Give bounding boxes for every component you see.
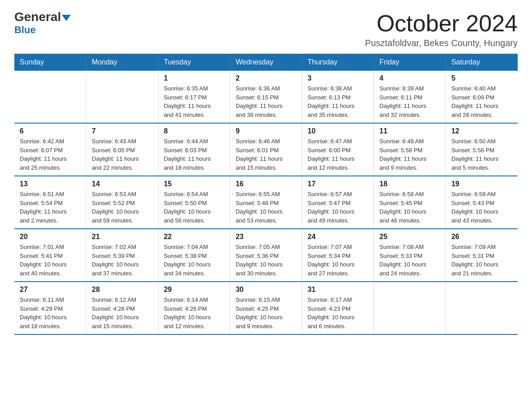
day-number: 17	[308, 180, 369, 188]
day-number: 23	[236, 233, 296, 241]
day-info: Sunrise: 6:42 AM Sunset: 6:07 PM Dayligh…	[20, 137, 81, 172]
day-number: 29	[164, 286, 225, 294]
day-number: 31	[308, 286, 369, 294]
day-info: Sunrise: 6:35 AM Sunset: 6:17 PM Dayligh…	[164, 84, 225, 119]
day-number: 7	[92, 127, 153, 135]
day-number: 26	[451, 233, 512, 241]
day-number: 28	[92, 286, 153, 294]
day-info: Sunrise: 6:12 AM Sunset: 4:28 PM Dayligh…	[92, 295, 153, 330]
cell-w3-d2: 15Sunrise: 6:54 AM Sunset: 5:50 PM Dayli…	[158, 176, 230, 229]
col-wednesday: Wednesday	[230, 54, 302, 71]
cell-w1-d4: 3Sunrise: 6:38 AM Sunset: 6:13 PM Daylig…	[302, 71, 374, 123]
day-number: 18	[379, 180, 440, 188]
cell-w5-d4: 31Sunrise: 6:17 AM Sunset: 4:23 PM Dayli…	[302, 282, 374, 334]
day-info: Sunrise: 7:09 AM Sunset: 5:31 PM Dayligh…	[451, 243, 512, 278]
day-number: 3	[308, 74, 369, 82]
day-number: 27	[20, 286, 81, 294]
day-info: Sunrise: 6:58 AM Sunset: 5:45 PM Dayligh…	[379, 190, 440, 225]
cell-w2-d6: 12Sunrise: 6:50 AM Sunset: 5:56 PM Dayli…	[446, 123, 518, 176]
cell-w4-d6: 26Sunrise: 7:09 AM Sunset: 5:31 PM Dayli…	[446, 229, 518, 282]
day-info: Sunrise: 6:48 AM Sunset: 5:58 PM Dayligh…	[379, 137, 440, 172]
cell-w1-d6: 5Sunrise: 6:40 AM Sunset: 6:09 PM Daylig…	[446, 71, 518, 123]
calendar-body: 1Sunrise: 6:35 AM Sunset: 6:17 PM Daylig…	[14, 71, 518, 334]
day-info: Sunrise: 6:40 AM Sunset: 6:09 PM Dayligh…	[451, 84, 512, 119]
cell-w5-d3: 30Sunrise: 6:15 AM Sunset: 4:25 PM Dayli…	[230, 282, 302, 334]
cell-w3-d3: 16Sunrise: 6:55 AM Sunset: 5:48 PM Dayli…	[230, 176, 302, 229]
day-info: Sunrise: 7:02 AM Sunset: 5:39 PM Dayligh…	[92, 243, 153, 278]
day-info: Sunrise: 6:50 AM Sunset: 5:56 PM Dayligh…	[451, 137, 512, 172]
week-row-4: 20Sunrise: 7:01 AM Sunset: 5:41 PM Dayli…	[14, 229, 518, 282]
cell-w4-d5: 25Sunrise: 7:08 AM Sunset: 5:33 PM Dayli…	[374, 229, 446, 282]
cell-w4-d4: 24Sunrise: 7:07 AM Sunset: 5:34 PM Dayli…	[302, 229, 374, 282]
cell-w5-d5	[374, 282, 446, 334]
week-row-1: 1Sunrise: 6:35 AM Sunset: 6:17 PM Daylig…	[14, 71, 518, 123]
cell-w2-d5: 11Sunrise: 6:48 AM Sunset: 5:58 PM Dayli…	[374, 123, 446, 176]
col-thursday: Thursday	[302, 54, 374, 71]
day-info: Sunrise: 7:04 AM Sunset: 5:38 PM Dayligh…	[164, 243, 225, 278]
day-number: 11	[379, 127, 440, 135]
day-info: Sunrise: 7:05 AM Sunset: 5:36 PM Dayligh…	[236, 243, 296, 278]
day-number: 20	[20, 233, 81, 241]
day-info: Sunrise: 6:43 AM Sunset: 6:05 PM Dayligh…	[92, 137, 153, 172]
cell-w3-d4: 17Sunrise: 6:57 AM Sunset: 5:47 PM Dayli…	[302, 176, 374, 229]
cell-w2-d3: 9Sunrise: 6:46 AM Sunset: 6:01 PM Daylig…	[230, 123, 302, 176]
cell-w2-d4: 10Sunrise: 6:47 AM Sunset: 6:00 PM Dayli…	[302, 123, 374, 176]
day-number: 22	[164, 233, 225, 241]
day-number: 16	[236, 180, 296, 188]
day-info: Sunrise: 6:14 AM Sunset: 4:26 PM Dayligh…	[164, 295, 225, 330]
calendar-title: October 2024	[365, 11, 518, 36]
cell-w2-d2: 8Sunrise: 6:44 AM Sunset: 6:03 PM Daylig…	[158, 123, 230, 176]
title-block: October 2024 Pusztafoldvar, Bekes County…	[365, 11, 518, 48]
col-monday: Monday	[86, 54, 159, 71]
cell-w2-d0: 6Sunrise: 6:42 AM Sunset: 6:07 PM Daylig…	[14, 123, 86, 176]
logo-general-text: General	[14, 10, 61, 24]
calendar-table: Sunday Monday Tuesday Wednesday Thursday…	[14, 54, 518, 335]
day-number: 19	[451, 180, 512, 188]
day-number: 30	[236, 286, 296, 294]
logo-general: General	[14, 11, 71, 23]
day-number: 25	[379, 233, 440, 241]
col-tuesday: Tuesday	[158, 54, 230, 71]
cell-w3-d1: 14Sunrise: 6:53 AM Sunset: 5:52 PM Dayli…	[86, 176, 159, 229]
day-info: Sunrise: 6:17 AM Sunset: 4:23 PM Dayligh…	[308, 295, 369, 330]
cell-w3-d5: 18Sunrise: 6:58 AM Sunset: 5:45 PM Dayli…	[374, 176, 446, 229]
day-number: 1	[164, 74, 225, 82]
cell-w1-d5: 4Sunrise: 6:39 AM Sunset: 6:11 PM Daylig…	[374, 71, 446, 123]
cell-w2-d1: 7Sunrise: 6:43 AM Sunset: 6:05 PM Daylig…	[86, 123, 159, 176]
day-number: 12	[451, 127, 512, 135]
day-info: Sunrise: 6:46 AM Sunset: 6:01 PM Dayligh…	[236, 137, 296, 172]
cell-w1-d2: 1Sunrise: 6:35 AM Sunset: 6:17 PM Daylig…	[158, 71, 230, 123]
day-number: 13	[20, 180, 81, 188]
day-number: 21	[92, 233, 153, 241]
day-number: 5	[451, 74, 512, 82]
cell-w1-d0	[14, 71, 86, 123]
cell-w3-d0: 13Sunrise: 6:51 AM Sunset: 5:54 PM Dayli…	[14, 176, 86, 229]
cell-w4-d2: 22Sunrise: 7:04 AM Sunset: 5:38 PM Dayli…	[158, 229, 230, 282]
week-row-2: 6Sunrise: 6:42 AM Sunset: 6:07 PM Daylig…	[14, 123, 518, 176]
col-saturday: Saturday	[446, 54, 518, 71]
page-header: General Blue October 2024 Pusztafoldvar,…	[14, 11, 518, 48]
day-info: Sunrise: 7:08 AM Sunset: 5:33 PM Dayligh…	[379, 243, 440, 278]
cell-w4-d1: 21Sunrise: 7:02 AM Sunset: 5:39 PM Dayli…	[86, 229, 159, 282]
day-number: 24	[308, 233, 369, 241]
day-number: 9	[236, 127, 296, 135]
header-row: Sunday Monday Tuesday Wednesday Thursday…	[14, 54, 518, 71]
day-info: Sunrise: 6:53 AM Sunset: 5:52 PM Dayligh…	[92, 190, 153, 225]
day-info: Sunrise: 6:15 AM Sunset: 4:25 PM Dayligh…	[236, 295, 296, 330]
day-number: 4	[379, 74, 440, 82]
day-number: 15	[164, 180, 225, 188]
week-row-3: 13Sunrise: 6:51 AM Sunset: 5:54 PM Dayli…	[14, 176, 518, 229]
day-info: Sunrise: 6:39 AM Sunset: 6:11 PM Dayligh…	[379, 84, 440, 119]
day-info: Sunrise: 6:47 AM Sunset: 6:00 PM Dayligh…	[308, 137, 369, 172]
week-row-5: 27Sunrise: 6:11 AM Sunset: 4:29 PM Dayli…	[14, 282, 518, 334]
day-info: Sunrise: 6:54 AM Sunset: 5:50 PM Dayligh…	[164, 190, 225, 225]
day-info: Sunrise: 6:36 AM Sunset: 6:15 PM Dayligh…	[236, 84, 296, 119]
location-subtitle: Pusztafoldvar, Bekes County, Hungary	[365, 38, 518, 48]
logo: General Blue	[14, 11, 71, 36]
cell-w5-d0: 27Sunrise: 6:11 AM Sunset: 4:29 PM Dayli…	[14, 282, 86, 334]
calendar-header: Sunday Monday Tuesday Wednesday Thursday…	[14, 54, 518, 71]
cell-w1-d3: 2Sunrise: 6:36 AM Sunset: 6:15 PM Daylig…	[230, 71, 302, 123]
cell-w5-d1: 28Sunrise: 6:12 AM Sunset: 4:28 PM Dayli…	[86, 282, 159, 334]
day-info: Sunrise: 6:57 AM Sunset: 5:47 PM Dayligh…	[308, 190, 369, 225]
col-friday: Friday	[374, 54, 446, 71]
